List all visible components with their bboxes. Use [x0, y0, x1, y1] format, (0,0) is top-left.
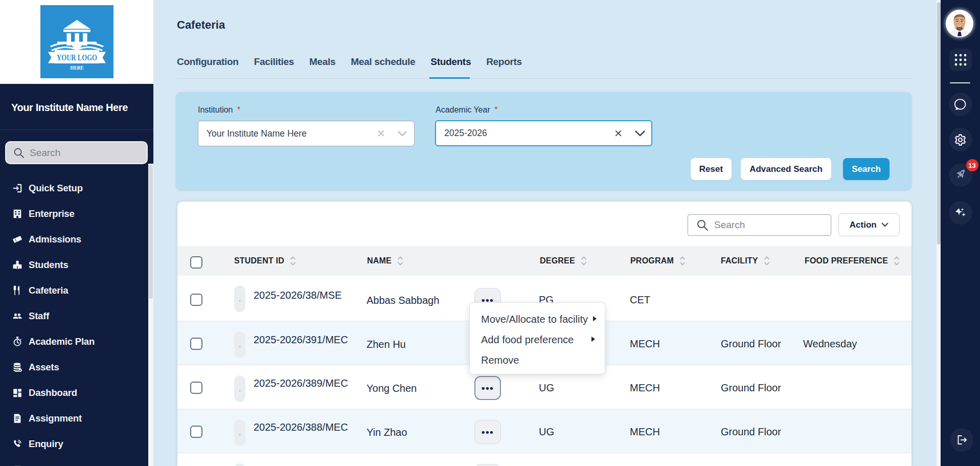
svg-text:HERE: HERE: [71, 64, 84, 71]
svg-text:YOUR LOGO: YOUR LOGO: [57, 53, 97, 62]
